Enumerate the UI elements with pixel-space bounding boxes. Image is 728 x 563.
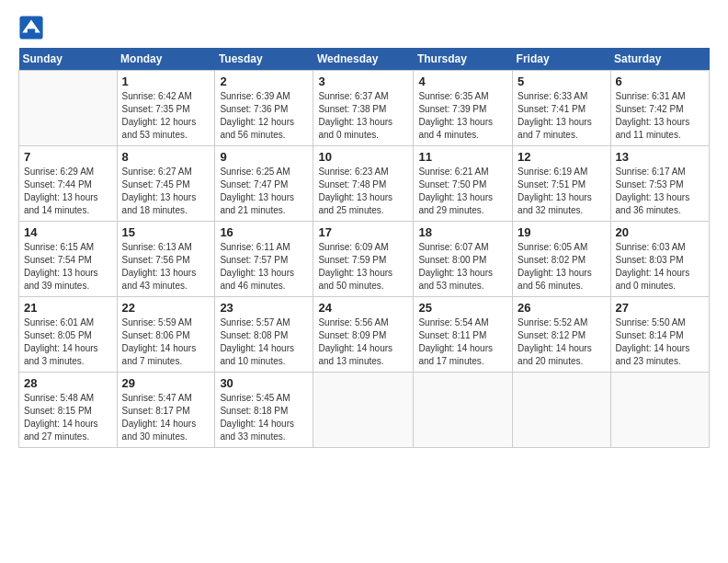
calendar-cell: 24Sunrise: 5:56 AM Sunset: 8:09 PM Dayli… bbox=[313, 297, 414, 373]
day-info: Sunrise: 6:35 AM Sunset: 7:39 PM Dayligh… bbox=[418, 90, 507, 142]
day-info: Sunrise: 5:45 AM Sunset: 8:18 PM Dayligh… bbox=[220, 392, 308, 443]
calendar-cell: 7Sunrise: 6:29 AM Sunset: 7:44 PM Daylig… bbox=[19, 146, 118, 222]
day-number: 23 bbox=[220, 301, 308, 315]
calendar-cell: 25Sunrise: 5:54 AM Sunset: 8:11 PM Dayli… bbox=[414, 297, 513, 373]
day-info: Sunrise: 6:01 AM Sunset: 8:05 PM Dayligh… bbox=[24, 316, 112, 368]
calendar-cell: 13Sunrise: 6:17 AM Sunset: 7:53 PM Dayli… bbox=[610, 146, 709, 222]
day-number: 18 bbox=[418, 225, 507, 239]
day-info: Sunrise: 5:50 AM Sunset: 8:14 PM Dayligh… bbox=[616, 316, 704, 368]
logo bbox=[18, 15, 48, 40]
day-number: 15 bbox=[122, 225, 210, 239]
day-number: 24 bbox=[318, 301, 408, 315]
calendar-header-monday: Monday bbox=[117, 48, 215, 71]
calendar-cell: 2Sunrise: 6:39 AM Sunset: 7:36 PM Daylig… bbox=[215, 71, 313, 146]
day-number: 10 bbox=[318, 150, 408, 164]
day-info: Sunrise: 6:42 AM Sunset: 7:35 PM Dayligh… bbox=[122, 90, 210, 142]
calendar-cell: 21Sunrise: 6:01 AM Sunset: 8:05 PM Dayli… bbox=[19, 297, 118, 373]
day-info: Sunrise: 6:09 AM Sunset: 7:59 PM Dayligh… bbox=[318, 241, 408, 293]
calendar-week-4: 21Sunrise: 6:01 AM Sunset: 8:05 PM Dayli… bbox=[19, 297, 710, 373]
calendar-cell: 10Sunrise: 6:23 AM Sunset: 7:48 PM Dayli… bbox=[313, 146, 414, 222]
day-info: Sunrise: 6:05 AM Sunset: 8:02 PM Dayligh… bbox=[518, 241, 605, 293]
day-info: Sunrise: 5:48 AM Sunset: 8:15 PM Dayligh… bbox=[24, 392, 112, 443]
day-number: 28 bbox=[24, 376, 112, 390]
day-number: 4 bbox=[418, 75, 507, 88]
day-number: 2 bbox=[220, 75, 308, 88]
day-number: 1 bbox=[122, 75, 210, 88]
calendar-cell: 1Sunrise: 6:42 AM Sunset: 7:35 PM Daylig… bbox=[117, 71, 215, 146]
day-info: Sunrise: 6:11 AM Sunset: 7:57 PM Dayligh… bbox=[220, 241, 308, 293]
day-info: Sunrise: 5:47 AM Sunset: 8:17 PM Dayligh… bbox=[122, 392, 210, 443]
day-number: 14 bbox=[24, 225, 112, 239]
day-number: 8 bbox=[122, 150, 210, 164]
calendar-header-sunday: Sunday bbox=[19, 48, 118, 71]
day-info: Sunrise: 5:59 AM Sunset: 8:06 PM Dayligh… bbox=[122, 316, 210, 368]
calendar-cell: 16Sunrise: 6:11 AM Sunset: 7:57 PM Dayli… bbox=[215, 222, 313, 297]
calendar-week-5: 28Sunrise: 5:48 AM Sunset: 8:15 PM Dayli… bbox=[19, 373, 710, 448]
day-info: Sunrise: 6:17 AM Sunset: 7:53 PM Dayligh… bbox=[616, 166, 704, 217]
day-number: 29 bbox=[122, 376, 210, 390]
calendar-header-friday: Friday bbox=[513, 48, 610, 71]
day-number: 11 bbox=[418, 150, 507, 164]
calendar-cell: 28Sunrise: 5:48 AM Sunset: 8:15 PM Dayli… bbox=[19, 373, 118, 448]
day-number: 13 bbox=[616, 150, 704, 164]
calendar-cell: 19Sunrise: 6:05 AM Sunset: 8:02 PM Dayli… bbox=[513, 222, 610, 297]
calendar-week-1: 1Sunrise: 6:42 AM Sunset: 7:35 PM Daylig… bbox=[19, 71, 710, 146]
calendar-week-3: 14Sunrise: 6:15 AM Sunset: 7:54 PM Dayli… bbox=[19, 222, 710, 297]
calendar-cell: 3Sunrise: 6:37 AM Sunset: 7:38 PM Daylig… bbox=[313, 71, 414, 146]
day-number: 16 bbox=[220, 225, 308, 239]
calendar-cell: 29Sunrise: 5:47 AM Sunset: 8:17 PM Dayli… bbox=[117, 373, 215, 448]
calendar-cell: 22Sunrise: 5:59 AM Sunset: 8:06 PM Dayli… bbox=[117, 297, 215, 373]
day-number: 20 bbox=[616, 225, 704, 239]
calendar-cell: 15Sunrise: 6:13 AM Sunset: 7:56 PM Dayli… bbox=[117, 222, 215, 297]
day-number: 7 bbox=[24, 150, 112, 164]
svg-rect-2 bbox=[28, 29, 35, 34]
calendar-week-2: 7Sunrise: 6:29 AM Sunset: 7:44 PM Daylig… bbox=[19, 146, 710, 222]
calendar-header-row: SundayMondayTuesdayWednesdayThursdayFrid… bbox=[19, 48, 710, 71]
day-info: Sunrise: 5:56 AM Sunset: 8:09 PM Dayligh… bbox=[318, 316, 408, 368]
day-info: Sunrise: 6:19 AM Sunset: 7:51 PM Dayligh… bbox=[518, 166, 605, 217]
calendar-cell bbox=[513, 373, 610, 448]
day-number: 6 bbox=[616, 75, 704, 88]
calendar-cell: 12Sunrise: 6:19 AM Sunset: 7:51 PM Dayli… bbox=[513, 146, 610, 222]
day-info: Sunrise: 5:52 AM Sunset: 8:12 PM Dayligh… bbox=[518, 316, 605, 368]
calendar-cell: 6Sunrise: 6:31 AM Sunset: 7:42 PM Daylig… bbox=[610, 71, 709, 146]
calendar-cell: 27Sunrise: 5:50 AM Sunset: 8:14 PM Dayli… bbox=[610, 297, 709, 373]
logo-icon bbox=[18, 15, 44, 40]
day-info: Sunrise: 6:23 AM Sunset: 7:48 PM Dayligh… bbox=[318, 166, 408, 217]
calendar-cell: 8Sunrise: 6:27 AM Sunset: 7:45 PM Daylig… bbox=[117, 146, 215, 222]
calendar-cell: 30Sunrise: 5:45 AM Sunset: 8:18 PM Dayli… bbox=[215, 373, 313, 448]
calendar-header-wednesday: Wednesday bbox=[313, 48, 414, 71]
calendar-header-thursday: Thursday bbox=[414, 48, 513, 71]
day-info: Sunrise: 6:25 AM Sunset: 7:47 PM Dayligh… bbox=[220, 166, 308, 217]
day-info: Sunrise: 6:15 AM Sunset: 7:54 PM Dayligh… bbox=[24, 241, 112, 293]
day-info: Sunrise: 6:07 AM Sunset: 8:00 PM Dayligh… bbox=[418, 241, 507, 293]
day-info: Sunrise: 5:54 AM Sunset: 8:11 PM Dayligh… bbox=[418, 316, 507, 368]
day-number: 27 bbox=[616, 301, 704, 315]
calendar-cell bbox=[313, 373, 414, 448]
page: SundayMondayTuesdayWednesdayThursdayFrid… bbox=[0, 0, 728, 457]
day-number: 25 bbox=[418, 301, 507, 315]
day-number: 21 bbox=[24, 301, 112, 315]
calendar: SundayMondayTuesdayWednesdayThursdayFrid… bbox=[18, 48, 710, 448]
calendar-cell: 4Sunrise: 6:35 AM Sunset: 7:39 PM Daylig… bbox=[414, 71, 513, 146]
day-number: 9 bbox=[220, 150, 308, 164]
calendar-header-saturday: Saturday bbox=[610, 48, 709, 71]
day-number: 5 bbox=[518, 75, 605, 88]
day-number: 30 bbox=[220, 376, 308, 390]
day-info: Sunrise: 6:31 AM Sunset: 7:42 PM Dayligh… bbox=[616, 90, 704, 142]
calendar-cell: 26Sunrise: 5:52 AM Sunset: 8:12 PM Dayli… bbox=[513, 297, 610, 373]
calendar-cell: 20Sunrise: 6:03 AM Sunset: 8:03 PM Dayli… bbox=[610, 222, 709, 297]
day-info: Sunrise: 6:33 AM Sunset: 7:41 PM Dayligh… bbox=[518, 90, 605, 142]
calendar-cell bbox=[414, 373, 513, 448]
calendar-cell bbox=[610, 373, 709, 448]
header bbox=[18, 15, 710, 40]
day-info: Sunrise: 6:03 AM Sunset: 8:03 PM Dayligh… bbox=[616, 241, 704, 293]
day-number: 19 bbox=[518, 225, 605, 239]
calendar-cell: 18Sunrise: 6:07 AM Sunset: 8:00 PM Dayli… bbox=[414, 222, 513, 297]
calendar-cell: 5Sunrise: 6:33 AM Sunset: 7:41 PM Daylig… bbox=[513, 71, 610, 146]
calendar-cell: 9Sunrise: 6:25 AM Sunset: 7:47 PM Daylig… bbox=[215, 146, 313, 222]
day-info: Sunrise: 6:21 AM Sunset: 7:50 PM Dayligh… bbox=[418, 166, 507, 217]
day-info: Sunrise: 6:13 AM Sunset: 7:56 PM Dayligh… bbox=[122, 241, 210, 293]
day-number: 17 bbox=[318, 225, 408, 239]
day-info: Sunrise: 6:29 AM Sunset: 7:44 PM Dayligh… bbox=[24, 166, 112, 217]
